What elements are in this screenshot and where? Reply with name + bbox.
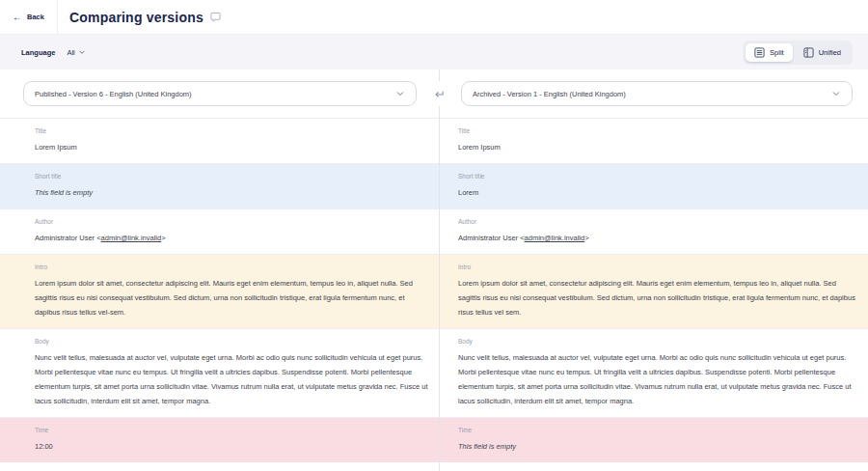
field-value: This field is empty — [458, 439, 860, 454]
field-label: Intro — [35, 263, 431, 270]
right-version-dropdown[interactable]: Archived - Version 1 - English (United K… — [461, 81, 853, 106]
field-value: Lorem Ipsum — [458, 140, 860, 154]
back-button[interactable]: ← Back — [0, 0, 58, 34]
field-value: Lorem Ipsum — [35, 140, 431, 154]
comparison-area: Published - Version 6 - English (United … — [0, 69, 868, 471]
column-divider — [439, 69, 440, 471]
back-label: Back — [27, 13, 44, 21]
author-right-cell: AuthorAdministrator User <admin@link.inv… — [439, 209, 868, 254]
field-value: Lorem — [458, 185, 860, 200]
time-right-cell: TimeThis field is empty — [439, 418, 868, 462]
unified-view-label: Unified — [819, 48, 841, 57]
split-view-icon — [754, 47, 765, 58]
intro-right-cell: IntroLorem ipsum dolor sit amet, consect… — [439, 255, 868, 328]
unified-view-icon — [803, 47, 814, 58]
title-left-cell: TitleLorem Ipsum — [0, 119, 439, 163]
comment-icon — [210, 12, 221, 22]
right-version-value: Archived - Version 1 - English (United K… — [473, 90, 626, 98]
field-label: Short title — [35, 173, 431, 180]
field-label: Short title — [458, 173, 860, 180]
field-value: Administrator User <admin@link.invalid> — [458, 231, 860, 245]
body-left-cell: BodyNunc velit tellus, malesuada at auct… — [0, 329, 439, 417]
field-row-intro: IntroLorem ipsum dolor sit amet, consect… — [0, 254, 868, 328]
field-value: Nunc velit tellus, malesuada at auctor v… — [35, 350, 431, 408]
time-left-cell: Time12:00 — [0, 418, 439, 462]
field-label: Time — [35, 427, 431, 433]
language-dropdown[interactable]: All — [67, 48, 85, 57]
field-row-time: Time12:00TimeThis field is empty — [0, 417, 868, 462]
field-label: Time — [458, 427, 860, 433]
field-value: Lorem ipsum dolor sit amet, consectetur … — [458, 276, 860, 319]
field-rows: TitleLorem IpsumTitleLorem IpsumShort ti… — [0, 118, 868, 462]
left-version-dropdown[interactable]: Published - Version 6 - English (United … — [23, 81, 417, 106]
field-label: Author — [35, 218, 431, 225]
field-label: Title — [35, 127, 431, 134]
field-label: Title — [458, 127, 860, 134]
page-title: Comparing versions — [69, 10, 203, 25]
header: ← Back Comparing versions — [0, 0, 868, 35]
chevron-down-icon — [395, 89, 405, 98]
view-toggle: Split Unified — [743, 41, 853, 65]
email-link[interactable]: admin@link.invalid — [525, 234, 585, 242]
language-group: Language All — [21, 48, 86, 57]
chevron-down-icon — [831, 89, 841, 98]
split-view-label: Split — [770, 48, 784, 57]
split-view-button[interactable]: Split — [746, 43, 793, 62]
language-label: Language — [21, 48, 55, 57]
field-row-title: TitleLorem IpsumTitleLorem Ipsum — [0, 118, 868, 163]
field-value: This field is empty — [35, 185, 431, 200]
email-link[interactable]: admin@link.invalid — [101, 234, 162, 242]
field-label: Author — [458, 218, 860, 225]
short-title-right-cell: Short titleLorem — [439, 164, 868, 208]
chevron-down-icon — [78, 48, 86, 56]
language-value: All — [67, 48, 74, 57]
swap-versions-button[interactable] — [417, 81, 461, 106]
toolbar: Language All Split — [0, 35, 868, 69]
version-selectors: Published - Version 6 - English (United … — [0, 69, 868, 118]
field-row-short-title: Short titleThis field is emptyShort titl… — [0, 163, 868, 208]
field-label: Intro — [458, 263, 860, 270]
field-value: Lorem ipsum dolor sit amet, consectetur … — [35, 276, 431, 319]
author-left-cell: AuthorAdministrator User <admin@link.inv… — [0, 209, 439, 254]
field-value: Nunc velit tellus, malesuada at auctor v… — [458, 350, 860, 408]
field-row-author: AuthorAdministrator User <admin@link.inv… — [0, 208, 868, 254]
left-version-value: Published - Version 6 - English (United … — [35, 90, 192, 98]
field-value: 12:00 — [35, 439, 431, 454]
field-label: Body — [458, 338, 860, 345]
field-label: Body — [35, 338, 431, 345]
unified-view-button[interactable]: Unified — [795, 43, 850, 62]
body-right-cell: BodyNunc velit tellus, malesuada at auct… — [439, 329, 868, 417]
back-arrow-icon: ← — [13, 13, 22, 22]
short-title-left-cell: Short titleThis field is empty — [0, 164, 439, 208]
field-value: Administrator User <admin@link.invalid> — [35, 231, 431, 245]
field-row-body: BodyNunc velit tellus, malesuada at auct… — [0, 328, 868, 417]
swap-icon — [433, 89, 446, 99]
title-right-cell: TitleLorem Ipsum — [439, 119, 868, 163]
intro-left-cell: IntroLorem ipsum dolor sit amet, consect… — [0, 255, 439, 328]
